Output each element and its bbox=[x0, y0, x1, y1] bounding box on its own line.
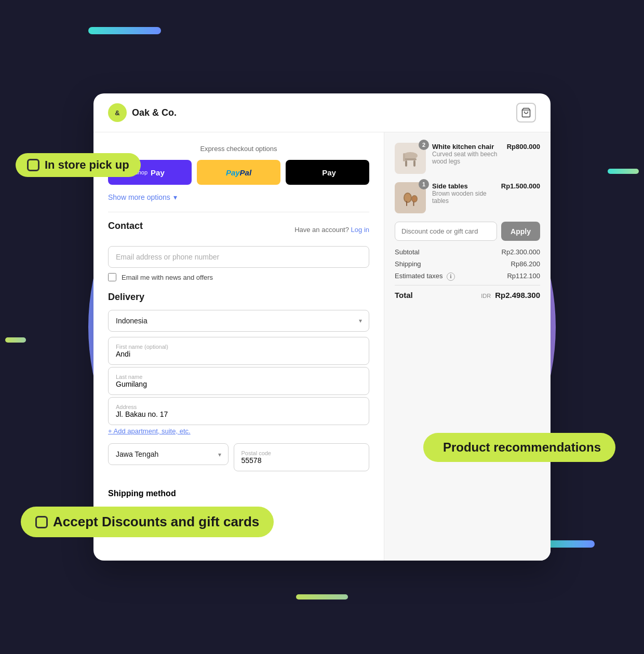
order-item-chair: 2 White kitchen chair Curved seat with b… bbox=[395, 143, 540, 174]
taxes-value: Rp112.100 bbox=[507, 272, 540, 281]
accept-discounts-label: Accept Discounts and gift cards bbox=[53, 514, 259, 530]
brand-name: Oak & Co. bbox=[132, 107, 177, 118]
table-image-wrap: 1 bbox=[395, 182, 426, 213]
table-desc: Brown wooden side tables bbox=[432, 190, 495, 205]
table-info: Side tables Brown wooden side tables bbox=[432, 182, 495, 205]
table-svg bbox=[400, 187, 421, 208]
express-checkout-label: Express checkout options bbox=[108, 145, 369, 153]
chair-badge: 2 bbox=[419, 140, 429, 150]
in-store-pickup-label: In store pick up bbox=[45, 158, 129, 172]
province-postal-row: Jawa Tengah ▾ Postal code bbox=[108, 443, 369, 471]
shipping-value: Rp86.200 bbox=[511, 260, 540, 268]
have-account-text: Have an account? Log in bbox=[294, 226, 369, 234]
logo-area: & Oak & Co. bbox=[108, 103, 177, 122]
total-value-group: IDR Rp2.498.300 bbox=[481, 291, 540, 299]
address-label: Address bbox=[116, 404, 361, 410]
total-label: Total bbox=[395, 291, 413, 299]
accept-discounts-checkbox-icon bbox=[35, 516, 48, 528]
country-select[interactable]: Indonesia bbox=[108, 310, 369, 332]
table-badge: 1 bbox=[419, 179, 429, 189]
accept-discounts-annotation[interactable]: Accept Discounts and gift cards bbox=[21, 507, 274, 537]
total-value: Rp2.498.300 bbox=[495, 291, 540, 299]
first-name-input[interactable] bbox=[116, 350, 361, 358]
express-checkout-buttons: shop Pay PayPal Pay bbox=[108, 160, 369, 185]
shipping-method-heading: Shipping method bbox=[108, 489, 369, 498]
svg-point-10 bbox=[412, 196, 417, 202]
paypal-label: PayPal bbox=[226, 168, 251, 177]
in-store-pickup-annotation[interactable]: In store pick up bbox=[16, 153, 141, 177]
apply-button[interactable]: Apply bbox=[501, 222, 540, 241]
chair-name: White kitchen chair bbox=[432, 143, 501, 151]
chair-image-wrap: 2 bbox=[395, 143, 426, 174]
chair-svg bbox=[400, 148, 421, 169]
table-price: Rp1.500.000 bbox=[501, 182, 540, 190]
discount-input[interactable] bbox=[395, 222, 497, 241]
card-body: Express checkout options shop Pay PayPal… bbox=[93, 132, 551, 561]
cart-icon bbox=[521, 107, 531, 118]
product-recommendations-annotation[interactable]: Product recommendations bbox=[423, 433, 615, 462]
total-currency: IDR bbox=[481, 293, 491, 299]
svg-rect-8 bbox=[406, 201, 407, 206]
product-rec-label: Product recommendations bbox=[443, 440, 601, 455]
svg-point-7 bbox=[405, 194, 411, 202]
checkout-card: & Oak & Co. Express checkout options sho… bbox=[93, 93, 551, 561]
subtotal-value: Rp2.300.000 bbox=[502, 248, 540, 256]
province-select-wrapper: Jawa Tengah ▾ bbox=[108, 443, 229, 466]
shipping-label: Shipping bbox=[395, 260, 421, 268]
newsletter-checkbox-row: Email me with news and offers bbox=[108, 273, 369, 281]
right-column: 2 White kitchen chair Curved seat with b… bbox=[384, 132, 551, 561]
decorative-bar-right bbox=[608, 169, 639, 174]
last-name-field-wrapper: Last name bbox=[108, 367, 369, 395]
show-more-button[interactable]: Show more options ▾ bbox=[108, 193, 177, 201]
order-item-table: 1 Side tables Brown wooden side tables R… bbox=[395, 182, 540, 213]
decorative-bar-bottom bbox=[296, 594, 348, 600]
discount-row: Apply bbox=[395, 222, 540, 241]
applepay-button[interactable]: Pay bbox=[286, 160, 369, 185]
decorative-bar-left bbox=[5, 337, 26, 343]
country-select-wrapper: Indonesia ▾ bbox=[108, 310, 369, 332]
taxes-info-icon[interactable]: ℹ bbox=[447, 272, 455, 281]
subtotal-label: Subtotal bbox=[395, 248, 420, 256]
subtotal-row: Subtotal Rp2.300.000 bbox=[395, 248, 540, 256]
first-name-label: First name (optional) bbox=[116, 344, 361, 350]
email-phone-input[interactable] bbox=[108, 246, 369, 268]
svg-rect-11 bbox=[413, 201, 414, 206]
svg-rect-4 bbox=[413, 160, 415, 167]
first-name-field-wrapper: First name (optional) bbox=[108, 337, 369, 365]
postal-field-wrapper: Postal code bbox=[234, 443, 370, 471]
pickup-checkbox-icon bbox=[27, 159, 39, 171]
delivery-heading: Delivery bbox=[108, 292, 369, 303]
shipping-row: Shipping Rp86.200 bbox=[395, 260, 540, 268]
logo-badge: & bbox=[108, 103, 127, 122]
address-field-wrapper: Address bbox=[108, 397, 369, 425]
cart-button[interactable] bbox=[516, 103, 536, 122]
svg-rect-5 bbox=[403, 153, 405, 161]
log-in-link[interactable]: Log in bbox=[351, 226, 369, 234]
card-header: & Oak & Co. bbox=[93, 93, 551, 132]
add-apartment-link[interactable]: + Add apartment, suite, etc. bbox=[108, 427, 369, 435]
applepay-label: Pay bbox=[322, 168, 336, 177]
taxes-label: Estimated taxes ℹ bbox=[395, 272, 455, 281]
contact-heading: Contact bbox=[108, 221, 143, 231]
svg-rect-3 bbox=[405, 160, 407, 167]
table-name: Side tables bbox=[432, 182, 495, 190]
last-name-label: Last name bbox=[116, 374, 361, 380]
address-input[interactable] bbox=[116, 410, 361, 418]
postal-label: Postal code bbox=[242, 450, 362, 456]
newsletter-checkbox[interactable] bbox=[108, 273, 116, 281]
paypal-button[interactable]: PayPal bbox=[197, 160, 280, 185]
chair-info: White kitchen chair Curved seat with bee… bbox=[432, 143, 501, 165]
taxes-row: Estimated taxes ℹ Rp112.100 bbox=[395, 272, 540, 281]
last-name-input[interactable] bbox=[116, 380, 361, 388]
postal-input[interactable] bbox=[242, 456, 362, 465]
svg-point-1 bbox=[403, 152, 418, 159]
province-select[interactable]: Jawa Tengah bbox=[108, 443, 229, 465]
totals-section: Subtotal Rp2.300.000 Shipping Rp86.200 E… bbox=[395, 248, 540, 299]
contact-header-row: Contact Have an account? Log in bbox=[108, 221, 369, 239]
chair-price: Rp800.000 bbox=[507, 143, 540, 151]
newsletter-label: Email me with news and offers bbox=[122, 274, 213, 281]
grand-total-row: Total IDR Rp2.498.300 bbox=[395, 285, 540, 299]
decorative-bar-top bbox=[88, 27, 161, 34]
show-more-label: Show more options bbox=[108, 193, 170, 201]
chair-desc: Curved seat with beech wood legs bbox=[432, 151, 501, 165]
